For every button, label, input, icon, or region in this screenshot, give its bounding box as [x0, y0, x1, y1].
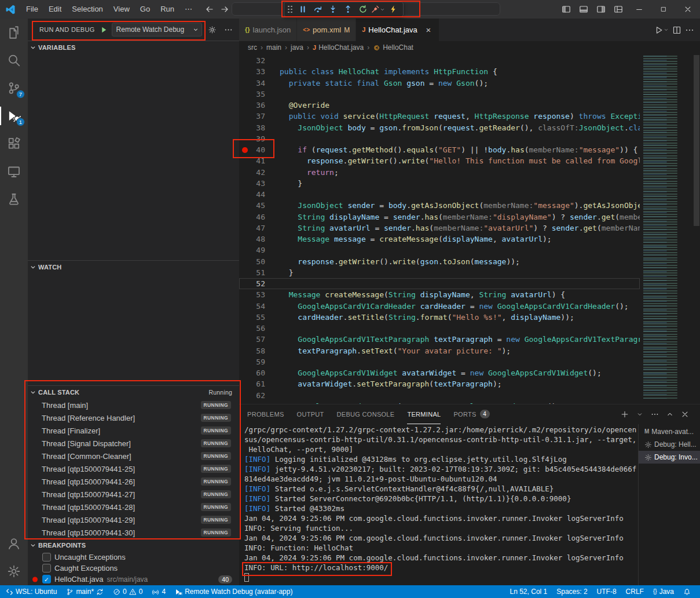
panel-tab-debug-console[interactable]: DEBUG CONSOLE — [337, 404, 395, 424]
breakpoint-checkbox[interactable]: ✓ — [42, 575, 51, 584]
status-remote-indicator[interactable]: WSL: Ubuntu — [1, 585, 61, 598]
customize-layout-button[interactable] — [610, 0, 627, 19]
status-indentation[interactable]: Spaces: 2 — [552, 585, 592, 598]
run-java-button[interactable] — [654, 25, 669, 35]
status-cursor-position[interactable]: Ln 52, Col 1 — [505, 585, 552, 598]
activity-explorer[interactable] — [0, 19, 28, 46]
watch-section-header[interactable]: WATCH — [28, 261, 239, 274]
breakpoint-row[interactable]: ✓HelloChat.javasrc/main/java40 — [28, 574, 239, 585]
variables-section-header[interactable]: VARIABLES — [28, 41, 239, 54]
editor-tab-HelloChat.java[interactable]: JHelloChat.java× — [356, 19, 439, 41]
menu-go[interactable]: Go — [135, 0, 155, 19]
breakpoint-glyph-margin[interactable] — [239, 144, 252, 155]
minimize-button[interactable] — [627, 0, 651, 19]
menu-overflow[interactable]: ⋯ — [179, 0, 197, 19]
breadcrumb-item[interactable]: main — [266, 43, 281, 52]
terminal-debug-hello[interactable]: Debug: Hell... — [639, 438, 700, 451]
call-stack-thread[interactable]: Thread [qtp1500079441-28]RUNNING — [28, 501, 239, 513]
step-out-button[interactable] — [340, 2, 355, 16]
toggle-panel-button[interactable] — [575, 0, 592, 19]
status-forwarded-ports[interactable]: 4 — [147, 585, 170, 598]
pause-button[interactable] — [295, 2, 310, 16]
go-forward-button[interactable] — [217, 0, 232, 19]
breakpoint-checkbox[interactable] — [42, 564, 51, 573]
code-editor[interactable]: 3233public class HelloChat implements Ht… — [239, 54, 700, 404]
step-into-button[interactable] — [325, 2, 340, 16]
more-actions-button[interactable] — [685, 25, 694, 35]
status-notifications[interactable] — [679, 585, 695, 598]
menu-selection[interactable]: Selection — [67, 0, 108, 19]
status-problems[interactable]: 00 — [108, 585, 147, 598]
panel-tab-output[interactable]: OUTPUT — [297, 404, 324, 424]
breakpoint-checkbox[interactable] — [42, 553, 51, 561]
debug-toolbar-drag-handle[interactable] — [288, 6, 292, 13]
hot-code-replace-button[interactable] — [386, 2, 400, 16]
activity-search[interactable] — [0, 46, 28, 74]
close-tab-icon[interactable]: × — [424, 25, 433, 35]
minimap[interactable] — [640, 54, 693, 404]
breakpoint-row[interactable]: Uncaught Exceptions — [28, 552, 239, 563]
menu-edit[interactable]: Edit — [43, 0, 67, 19]
disconnect-button[interactable] — [371, 2, 385, 16]
status-encoding[interactable]: UTF-8 — [592, 585, 621, 598]
scrollbar-thumb[interactable] — [694, 55, 699, 226]
more-panel-actions-button[interactable] — [648, 407, 662, 421]
call-stack-thread[interactable]: Thread [Finalizer]RUNNING — [28, 424, 239, 437]
call-stack-thread[interactable]: Thread [qtp1500079441-29]RUNNING — [28, 513, 239, 526]
terminal-maven[interactable]: MMaven-avat... — [639, 425, 700, 438]
menu-run[interactable]: Run — [155, 0, 179, 19]
call-stack-thread[interactable]: Thread [Signal Dispatcher]RUNNING — [28, 437, 239, 450]
maximize-panel-button[interactable] — [663, 407, 677, 421]
views-more-actions-icon[interactable] — [222, 23, 234, 36]
activity-testing[interactable] — [0, 185, 28, 213]
breadcrumb-item[interactable]: java — [291, 43, 303, 52]
editor-tab-pom.xml[interactable]: <>pom.xmlM — [297, 19, 356, 41]
toggle-primary-sidebar-button[interactable] — [558, 0, 575, 19]
editor-scrollbar[interactable] — [693, 54, 700, 404]
step-over-button[interactable] — [310, 2, 325, 16]
terminal-output[interactable]: /grpc/grpc-context/1.27.2/grpc-context-1… — [239, 424, 638, 585]
call-stack-section-header[interactable]: CALL STACK Running — [28, 386, 239, 399]
panel-tab-terminal[interactable]: TERMINAL — [407, 404, 441, 424]
new-terminal-button[interactable] — [618, 407, 632, 421]
breadcrumb-item[interactable]: HelloChat — [373, 43, 413, 52]
breadcrumb-item[interactable]: src — [248, 43, 257, 52]
open-launch-json-icon[interactable] — [206, 23, 218, 36]
panel-tab-problems[interactable]: PROBLEMS — [247, 404, 284, 424]
go-back-button[interactable] — [202, 0, 217, 19]
split-editor-button[interactable] — [672, 25, 681, 35]
status-git-branch[interactable]: main* — [61, 585, 108, 598]
panel-tab-ports[interactable]: PORTS4 — [453, 404, 489, 424]
breadcrumb-item[interactable]: JHelloChat.java — [313, 43, 364, 52]
call-stack-thread[interactable]: Thread [main]RUNNING — [28, 399, 239, 411]
terminal-debug-invoker[interactable]: Debug: Invo... — [639, 451, 700, 464]
activity-manage[interactable] — [0, 557, 28, 585]
activity-accounts[interactable] — [0, 530, 28, 557]
maximize-button[interactable] — [651, 0, 676, 19]
call-stack-thread[interactable]: Thread [qtp1500079441-27]RUNNING — [28, 488, 239, 501]
status-eol-sequence[interactable]: CRLF — [621, 585, 648, 598]
breakpoints-section-header[interactable]: BREAKPOINTS — [28, 539, 239, 552]
activity-remote-explorer[interactable] — [0, 158, 28, 185]
activity-run-and-debug[interactable]: 1 — [0, 102, 28, 130]
status-language-mode[interactable]: {}Java — [648, 585, 679, 598]
call-stack-thread[interactable]: Thread [Reference Handler]RUNNING — [28, 411, 239, 424]
menu-file[interactable]: File — [21, 0, 43, 19]
editor-tab-launch.json[interactable]: {}launch.json — [239, 19, 297, 41]
breakpoint-row[interactable]: Caught Exceptions — [28, 563, 239, 574]
debug-config-dropdown[interactable]: Remote Watch Debug — [112, 23, 202, 37]
call-stack-thread[interactable]: Thread [qtp1500079441-25]RUNNING — [28, 462, 239, 475]
activity-source-control[interactable]: 7 — [0, 74, 28, 102]
close-panel-button[interactable] — [678, 407, 692, 421]
close-window-button[interactable] — [676, 0, 700, 19]
restart-button[interactable] — [356, 2, 370, 16]
launch-profile-button[interactable] — [633, 407, 647, 421]
call-stack-thread[interactable]: Thread [qtp1500079441-30]RUNNING — [28, 526, 239, 538]
status-debug-session[interactable]: Remote Watch Debug (avatar-app) — [170, 585, 297, 598]
call-stack-thread[interactable]: Thread [Common-Cleaner]RUNNING — [28, 450, 239, 462]
toggle-secondary-sidebar-button[interactable] — [592, 0, 610, 19]
menu-view[interactable]: View — [108, 0, 135, 19]
start-debugging-button[interactable] — [100, 25, 108, 34]
activity-extensions[interactable] — [0, 130, 28, 158]
call-stack-thread[interactable]: Thread [qtp1500079441-26]RUNNING — [28, 475, 239, 488]
